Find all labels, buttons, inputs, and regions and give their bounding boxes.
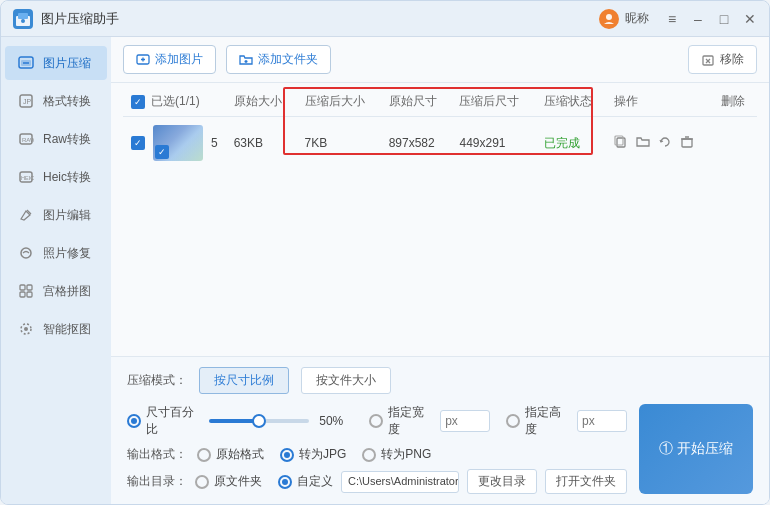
width-label: 指定宽度 [388,404,432,438]
svg-point-4 [606,14,612,20]
svg-point-3 [21,19,25,23]
sidebar-label-heic: Heic转换 [43,169,91,186]
bottom-panel: 压缩模式： 按尺寸比例 按文件大小 尺寸百分比 [111,356,769,504]
open-folder-button[interactable]: 打开文件夹 [545,469,627,494]
file-name: 5 [211,136,218,150]
radio-orig-folder-circle [195,475,209,489]
size-slider[interactable] [209,419,309,423]
sidebar-item-grid[interactable]: 宫格拼图 [5,274,107,308]
radio-fixed-height[interactable]: 指定高度 [506,404,569,438]
folder-open-icon[interactable] [636,135,650,152]
svg-rect-18 [20,292,25,297]
sidebar-item-smart[interactable]: 智能抠图 [5,312,107,346]
col-original-dim: 原始尺寸 [381,87,452,117]
col-original-size: 原始大小 [226,87,297,117]
toolbar: 添加图片 添加文件夹 移除 [111,37,769,83]
radio-width-circle [369,414,383,428]
change-dir-button[interactable]: 更改目录 [467,469,537,494]
svg-rect-17 [27,285,32,290]
copy-icon[interactable] [614,135,628,152]
compressed-dim: 449x291 [451,117,535,170]
radio-custom-folder[interactable]: 自定义 [278,473,333,490]
main-layout: 图片压缩 JP 格式转换 RAW Raw转换 [1,37,769,504]
slider-value: 50% [319,414,351,428]
add-folder-icon [239,53,253,67]
app-title: 图片压缩助手 [41,10,599,28]
format-icon: JP [17,92,35,110]
svg-point-21 [24,327,28,331]
width-input[interactable] [440,410,490,432]
radio-original-format[interactable]: 原始格式 [197,446,264,463]
menu-button[interactable]: ≡ [665,12,679,26]
row-checkbox[interactable]: ✓ [131,136,145,150]
thumb-check: ✓ [155,145,169,159]
radio-size-percent[interactable]: 尺寸百分比 [127,404,201,438]
sidebar-label-edit: 图片编辑 [43,207,91,224]
sidebar-label-repair: 照片修复 [43,245,91,262]
sidebar-item-repair[interactable]: 照片修复 [5,236,107,270]
svg-text:JP: JP [23,98,32,105]
svg-rect-2 [18,13,28,19]
sidebar-item-edit[interactable]: 图片编辑 [5,198,107,232]
app-icon [13,9,33,29]
refresh-icon[interactable] [658,135,672,152]
slider-thumb [252,414,266,428]
size-settings-row: 尺寸百分比 50% 指定宽度 [127,404,627,438]
sidebar-item-format[interactable]: JP 格式转换 [5,84,107,118]
sidebar-item-compress[interactable]: 图片压缩 [5,46,107,80]
mode-tab-size-ratio[interactable]: 按尺寸比例 [199,367,289,394]
svg-point-15 [21,248,31,258]
col-compressed-dim: 压缩后尺寸 [451,87,535,117]
col-compressed-size: 压缩后大小 [297,87,381,117]
row-checkbox-cell: ✓ ✓ 5 [123,117,226,170]
maximize-button[interactable]: □ [717,12,731,26]
action-cell [606,117,712,170]
remove-icon [701,53,715,67]
radio-size-circle [127,414,141,428]
sidebar-label-compress: 图片压缩 [43,55,91,72]
slider-row: 50% [209,414,351,428]
radio-jpg-format[interactable]: 转为JPG [280,446,346,463]
original-size: 63KB [226,117,297,170]
height-input[interactable] [577,410,627,432]
add-image-icon [136,53,150,67]
content-area: 添加图片 添加文件夹 移除 [111,37,769,504]
add-image-button[interactable]: 添加图片 [123,45,216,74]
repair-icon [17,244,35,262]
user-avatar [599,9,619,29]
grid-icon [17,282,35,300]
mode-tab-file-size[interactable]: 按文件大小 [301,367,391,394]
delete-cell [713,117,757,170]
col-actions: 操作 [606,87,712,117]
compress-mode-row: 压缩模式： 按尺寸比例 按文件大小 [127,367,753,394]
radio-height-circle [506,414,520,428]
start-compress-button[interactable]: ① 开始压缩 [639,404,753,494]
radio-fixed-width[interactable]: 指定宽度 [369,404,432,438]
add-folder-button[interactable]: 添加文件夹 [226,45,331,74]
bottom-actions: 尺寸百分比 50% 指定宽度 [127,404,753,494]
sidebar-item-heic[interactable]: HEIC Heic转换 [5,160,107,194]
close-button[interactable]: ✕ [743,12,757,26]
user-info: 昵称 [599,9,649,29]
sidebar-item-raw[interactable]: RAW Raw转换 [5,122,107,156]
minimize-button[interactable]: – [691,12,705,26]
format-label: 输出格式： [127,446,187,463]
radio-png-format[interactable]: 转为PNG [362,446,431,463]
heic-icon: HEIC [17,168,35,186]
remove-button[interactable]: 移除 [688,45,757,74]
file-thumbnail: ✓ [153,125,203,161]
output-label: 输出目录： [127,473,187,490]
select-all-header[interactable]: ✓ 已选(1/1) [123,87,226,117]
file-table: ✓ 已选(1/1) 原始大小 压缩后大小 原始尺寸 压缩后尺寸 压缩状态 操作 [123,87,757,169]
radio-custom-circle [278,475,292,489]
sidebar-label-smart: 智能抠图 [43,321,91,338]
select-all-checkbox[interactable]: ✓ [131,95,145,109]
sidebar-label-raw: Raw转换 [43,131,91,148]
radio-jpg-circle [280,448,294,462]
file-table-area: ✓ 已选(1/1) 原始大小 压缩后大小 原始尺寸 压缩后尺寸 压缩状态 操作 [111,83,769,356]
svg-rect-19 [27,292,32,297]
radio-original-folder[interactable]: 原文件夹 [195,473,262,490]
status-badge: 已完成 [544,136,580,150]
format-row: 输出格式： 原始格式 转为JPG [127,446,627,463]
delete-row-icon[interactable] [680,135,694,152]
